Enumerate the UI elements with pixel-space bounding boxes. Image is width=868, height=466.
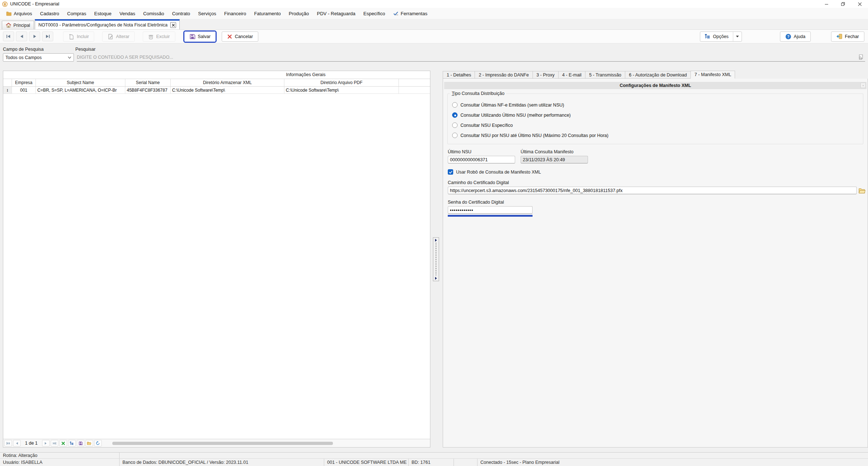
status-bd: BD: 1761 [409,459,454,466]
senha-certificado-label: Senha do Certificado Digital [448,200,867,205]
pager-last-button[interactable] [51,440,58,446]
nav-first-button[interactable] [3,32,14,41]
status-empresa: 001 - UNICODE SOFTWARE LTDA ME [324,459,409,466]
menu-contrato[interactable]: Contrato [168,9,194,18]
nav-prev-icon [20,34,24,38]
tab-proxy[interactable]: 3 - Proxy [533,71,558,79]
salvar-button[interactable]: Salvar [184,32,216,42]
ultimo-nsu-input[interactable] [448,156,515,163]
incluir-button[interactable]: Incluir [63,32,94,42]
menu-cadastro[interactable]: Cadastro [36,9,63,18]
restore-button[interactable] [835,0,851,8]
fechar-button[interactable]: Fechar [831,32,864,42]
grid-horizontal-scrollbar[interactable] [112,439,427,447]
pager-next-button[interactable] [42,440,50,446]
search-query-label: Pesquisar [75,47,96,52]
cancelar-button[interactable]: Cancelar [222,32,258,42]
checkbox-checked-icon[interactable] [448,169,453,175]
excluir-button[interactable]: Excluir [143,32,175,42]
search-input[interactable] [77,53,858,61]
splitter-arrow-top-icon [435,239,437,242]
menu-servicos[interactable]: Serviços [194,9,220,18]
tab-close-button[interactable] [170,22,176,28]
menu-faturamento[interactable]: Faturamento [250,9,285,18]
menu-pdv-retaguarda[interactable]: PDV - Retaguarda [313,9,359,18]
tab-email[interactable]: 4 - E-mail [558,71,585,79]
cell-serial-name: 45B8F4FC8F336787 [125,87,171,93]
menu-ferramentas[interactable]: Ferramentas [389,9,431,18]
grid-save-layout-button[interactable] [77,440,84,446]
close-icon [858,2,862,6]
browse-folder-icon [859,188,865,194]
senha-focus-bar [448,215,533,217]
robo-checkbox-row[interactable]: Usar Robô de Consulta de Manifesto XML [448,169,867,175]
opcoes-button[interactable]: Opções [700,32,742,42]
pager-prev-button[interactable] [13,440,21,446]
title-bar: UNICODE - Empresarial [0,0,868,8]
panel-header-title: Configurações de Manifesto XML [619,83,691,88]
menu-vendas[interactable]: Vendas [116,9,139,18]
menu-compras[interactable]: Compras [63,9,90,18]
tab-impressao-danfe[interactable]: 2 - Impressão do DANFe [475,71,532,79]
pager-first-button[interactable] [4,440,12,446]
menu-especifico[interactable]: Específico [359,9,389,18]
panel-corner-button[interactable]: ▫ [860,83,866,88]
menu-producao[interactable]: Produção [285,9,313,18]
panel-splitter[interactable] [433,237,439,281]
nav-next-button[interactable] [29,32,40,41]
col-diretorio-xml[interactable]: Diretório Armazenar XML [171,79,284,86]
tools-check-icon [393,11,398,16]
alterar-button[interactable]: Alterar [102,32,135,42]
tab-autorizacao-download[interactable]: 6 - Autorização de Download [625,71,690,79]
grid-band-header: Informações Gerais [3,71,430,79]
col-empresa[interactable]: Empresa [12,79,36,86]
opcoes-dropdown[interactable] [733,32,742,41]
radio-icon[interactable] [452,122,458,128]
radio-nsu-por-nsu[interactable]: Consultar NSU por NSU até Último NSU (Má… [452,133,859,138]
tab-manifesto-xml[interactable]: 7 - Manifesto XML [690,71,735,79]
caminho-certificado-input[interactable] [448,187,857,194]
status-banco-dados: Banco de Dados: DBUNICODE_OFICIAL / Vers… [120,459,324,466]
table-row[interactable]: I 001 C=BR, S=SP, L=AMERICANA, O=ICP-Br … [3,87,430,94]
tab-not0003[interactable]: NOT0003 - Parâmetros/Configurações de No… [35,19,180,29]
nav-first-icon [6,34,11,38]
radio-icon[interactable] [452,102,458,108]
export-excel-button[interactable] [59,440,67,446]
col-extra [399,79,430,86]
browse-certificate-button[interactable] [857,187,866,194]
menu-arquivos[interactable]: Arquivos [2,9,36,18]
radio-ultimo-nsu[interactable]: Consultar Utilizando Último NSU (melhor … [452,112,859,118]
minimize-icon [825,2,829,6]
grid-refresh-button[interactable] [94,440,102,446]
tab-transmissao[interactable]: 5 - Transmissão [585,71,625,79]
nav-last-button[interactable] [42,32,53,41]
grid-open-layout-button[interactable] [85,440,93,446]
radio-ultimas-nfe[interactable]: Consultar Últimas NF-e Emitidas (sem uti… [452,102,859,108]
radio-icon[interactable] [452,133,458,138]
col-serial-name[interactable]: Serial Name [125,79,171,86]
status-bar: Rotina: Alteração Usuário: ISABELLA Banc… [0,452,868,466]
minimize-button[interactable] [818,0,835,8]
col-diretorio-pdf[interactable]: Diretório Arquivo PDF [284,79,399,86]
menu-estoque[interactable]: Estoque [90,9,116,18]
menu-financeiro[interactable]: Financeiro [220,9,250,18]
save-disk-icon [79,441,83,445]
menu-comissao[interactable]: Comissão [139,9,168,18]
cell-subject-name: C=BR, S=SP, L=AMERICANA, O=ICP-Br [36,87,125,93]
radio-nsu-especifico[interactable]: Consultar NSU Específico [452,122,859,128]
status-conexao: Conectado - 15sec - Plano Empresarial [477,459,868,466]
grid-tree-icon [70,441,74,445]
search-field-combo[interactable]: Todos os Campos [3,53,74,62]
grid-layout-button[interactable] [68,440,76,446]
nav-prev-button[interactable] [16,32,27,41]
svg-text:?: ? [787,34,789,38]
search-area: Campo de Pesquisa Pesquisar Todos os Cam… [0,43,868,63]
tab-detalhes[interactable]: 1 - Detalhes [443,71,475,79]
scrollbar-thumb[interactable] [112,442,333,445]
tab-principal[interactable]: Principal [2,21,34,29]
close-window-button[interactable] [851,0,868,8]
ajuda-button[interactable]: ? Ajuda [780,32,811,42]
senha-certificado-input[interactable] [448,206,533,214]
col-subject-name[interactable]: Subject Name [36,79,125,86]
radio-selected-icon[interactable] [452,112,458,118]
